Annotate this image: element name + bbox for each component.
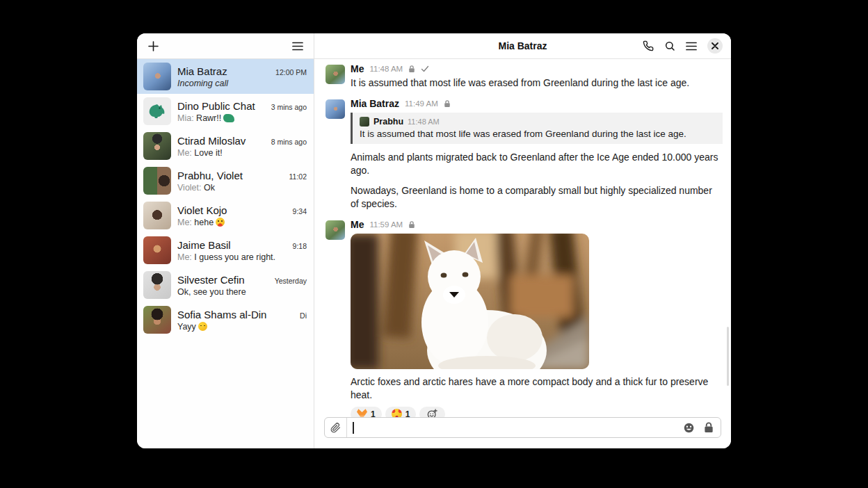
scrollbar-thumb[interactable] <box>727 327 729 386</box>
message-input-bar[interactable] <box>324 417 721 438</box>
message: Me 11:59 AM <box>326 219 723 417</box>
avatar <box>326 220 345 240</box>
conversation-name: Silvester Cefin <box>177 274 271 286</box>
conversation-item-ctirad-miloslav[interactable]: Ctirad Miloslav 8 mins ago Me: Love it! <box>137 129 314 163</box>
sauropod-emoji <box>223 114 234 122</box>
avatar <box>326 65 345 84</box>
avatar <box>143 167 171 195</box>
message: Mia Batraz 11:49 AM Prabhu 11:48 AM It i… <box>326 98 723 211</box>
conversation-time: 12:00 PM <box>275 68 307 76</box>
message-text: Animals and plants migrated back to Gree… <box>351 151 723 177</box>
delivered-check-icon <box>421 65 429 72</box>
dino-chat-window: Mia Batraz 12:00 PM Incoming call <box>137 33 731 448</box>
avatar <box>143 132 171 160</box>
conversation-item-sofia-shams-al-din[interactable]: Sofia Shams al-Din Di Yayy <box>137 302 314 337</box>
chat-menu-button[interactable] <box>686 42 697 51</box>
message-text: Nowadays, Greenland is home to a compara… <box>351 184 723 211</box>
reaction-fox[interactable]: 1 <box>351 407 382 417</box>
message-sender: Me <box>351 63 364 74</box>
conversation-text: Dino Public Chat 3 mins ago Mia: Rawr!! <box>177 100 307 123</box>
tongue-out-emoji <box>216 218 225 227</box>
conversation-preview: Yayy <box>177 322 307 332</box>
conversation-name: Prabhu, Violet <box>177 170 285 181</box>
conversation-list: Mia Batraz 12:00 PM Incoming call <box>137 59 314 448</box>
composer <box>314 417 731 448</box>
message-input[interactable] <box>354 418 684 437</box>
avatar <box>143 202 171 229</box>
encrypted-lock-icon <box>408 65 415 73</box>
conversation-text: Mia Batraz 12:00 PM Incoming call <box>177 65 307 88</box>
quote-time: 11:48 AM <box>408 117 440 126</box>
quote-sender: Prabhu <box>373 117 403 127</box>
quoted-message[interactable]: Prabhu 11:48 AM It is assumed that most … <box>351 113 723 144</box>
sidebar-header <box>137 33 314 59</box>
add-conversation-button[interactable] <box>147 40 159 52</box>
conversation-item-violet-kojo[interactable]: Violet Kojo 9:34 Me: hehe <box>137 198 314 233</box>
smiling-face-with-hearts-emoji <box>392 409 402 417</box>
conversation-time: 9:18 <box>293 242 307 250</box>
message-sender: Me <box>351 219 364 230</box>
conversation-text: Jaime Basil 9:18 Me: I guess you are rig… <box>177 239 307 262</box>
message-time: 11:48 AM <box>369 65 403 73</box>
add-reaction-icon <box>427 409 437 417</box>
conversation-item-mia-batraz[interactable]: Mia Batraz 12:00 PM Incoming call <box>137 59 314 94</box>
conversation-time: Di <box>300 311 307 320</box>
conversation-item-silvester-cefin[interactable]: Silvester Cefin Yesterday Ok, see you th… <box>137 268 314 302</box>
conversation-text: Violet Kojo 9:34 Me: hehe <box>177 204 307 227</box>
message-list[interactable]: Me 11:48 AM It is assumed that most life… <box>314 59 731 417</box>
sidebar-menu-button[interactable] <box>292 42 303 51</box>
encrypted-lock-icon <box>408 220 415 229</box>
avatar <box>143 63 171 90</box>
conversation-preview: Me: Love it! <box>177 148 307 158</box>
conversation-text: Prabhu, Violet 11:02 Violet: Ok <box>177 170 307 193</box>
conversation-name: Ctirad Miloslav <box>177 135 267 147</box>
message-sender: Mia Batraz <box>351 98 399 109</box>
conversation-item-dino-public-chat[interactable]: Dino Public Chat 3 mins ago Mia: Rawr!! <box>137 94 314 129</box>
arctic-fox-photo[interactable] <box>351 234 589 369</box>
emoji-icon <box>683 422 695 434</box>
encrypted-lock-icon <box>444 99 451 108</box>
attach-file-button[interactable] <box>325 418 347 437</box>
conversation-name: Mia Batraz <box>177 65 271 77</box>
avatar <box>143 97 171 125</box>
conversation-item-prabhu-violet[interactable]: Prabhu, Violet 11:02 Violet: Ok <box>137 163 314 198</box>
emoji-picker-button[interactable] <box>683 422 695 434</box>
conversation-item-jaime-basil[interactable]: Jaime Basil 9:18 Me: I guess you are rig… <box>137 233 314 268</box>
conversation-name: Sofia Shams al-Din <box>177 309 296 320</box>
add-reaction-button[interactable] <box>419 407 445 417</box>
call-button[interactable] <box>643 40 654 51</box>
avatar <box>143 271 171 299</box>
sidebar: Mia Batraz 12:00 PM Incoming call <box>137 33 314 448</box>
conversation-preview: Ok, see you there <box>177 287 307 297</box>
lock-icon <box>704 422 714 433</box>
paperclip-icon <box>330 423 341 433</box>
chat-header: Mia Batraz <box>314 33 731 59</box>
message-text: It is assumed that most life was erased … <box>351 76 723 90</box>
close-button[interactable] <box>707 38 723 54</box>
conversation-text: Sofia Shams al-Din Di Yayy <box>177 309 307 332</box>
smiling-blush-emoji <box>198 322 207 331</box>
conversation-preview: Incoming call <box>177 79 307 88</box>
conversation-name: Dino Public Chat <box>177 100 267 112</box>
message: Me 11:48 AM It is assumed that most life… <box>326 63 723 90</box>
message-text: Arctic foxes and arctic hares have a mor… <box>351 375 723 402</box>
conversation-preview: Mia: Rawr!! <box>177 113 307 123</box>
conversation-preview: Me: I guess you are right. <box>177 252 307 262</box>
conversation-preview: Me: hehe <box>177 218 307 227</box>
conversation-name: Jaime Basil <box>177 239 289 251</box>
conversation-name: Violet Kojo <box>177 204 289 216</box>
conversation-time: 11:02 <box>289 172 307 181</box>
conversation-text: Silvester Cefin Yesterday Ok, see you th… <box>177 274 307 297</box>
conversation-time: 3 mins ago <box>271 103 307 111</box>
encryption-toggle-button[interactable] <box>704 422 714 433</box>
close-icon <box>712 42 718 49</box>
reactions-row: 1 1 <box>351 407 723 417</box>
conversation-time: 8 mins ago <box>271 138 307 146</box>
avatar <box>360 117 369 127</box>
conversation-time: Yesterday <box>275 277 307 285</box>
conversation-preview: Violet: Ok <box>177 183 307 193</box>
reaction-count: 1 <box>371 409 376 417</box>
desktop-background: Mia Batraz 12:00 PM Incoming call <box>0 0 868 488</box>
search-icon[interactable] <box>664 40 675 51</box>
reaction-smiling-hearts[interactable]: 1 <box>385 407 417 417</box>
